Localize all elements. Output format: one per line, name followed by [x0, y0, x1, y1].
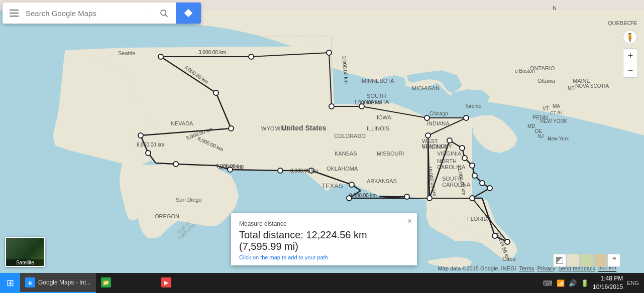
- svg-point-86: [249, 54, 254, 59]
- svg-text:MISSOURI: MISSOURI: [377, 151, 404, 157]
- svg-point-103: [425, 133, 431, 138]
- svg-point-96: [173, 162, 178, 167]
- svg-text:COLORADO: COLORADO: [334, 133, 366, 139]
- menu-button[interactable]: [3, 3, 26, 24]
- svg-point-108: [470, 163, 475, 168]
- svg-point-88: [329, 104, 334, 109]
- svg-text:MICHIGAN: MICHIGAN: [412, 85, 440, 91]
- svg-text:VT: VT: [543, 106, 549, 111]
- svg-text:IOWA: IOWA: [377, 114, 392, 120]
- layer-btn-1[interactable]: [553, 254, 566, 267]
- battery-icon: 🔋: [581, 279, 589, 287]
- svg-text:ILLINOIS: ILLINOIS: [367, 125, 389, 131]
- taskbar-app-ie-label: Google Maps - Int...: [38, 279, 91, 286]
- svg-point-106: [460, 145, 465, 151]
- search-input-wrapper: [26, 3, 152, 24]
- street-view-button[interactable]: 🧍: [623, 30, 637, 44]
- directions-button[interactable]: [176, 3, 201, 24]
- satellite-thumbnail[interactable]: Satellite: [5, 237, 45, 267]
- taskbar-app-ie[interactable]: e Google Maps - Int...: [20, 273, 96, 293]
- zoom-controls: + −: [623, 48, 638, 78]
- zoom-in-button[interactable]: +: [623, 49, 637, 63]
- svg-point-92: [213, 90, 219, 95]
- svg-point-110: [480, 181, 485, 186]
- svg-text:INDIANA: INDIANA: [427, 120, 450, 126]
- svg-text:Toronto: Toronto: [465, 103, 482, 109]
- svg-text:PE: PE: [630, 21, 637, 26]
- taskbar-app-3[interactable]: ▶: [156, 273, 217, 293]
- svg-point-112: [470, 196, 475, 201]
- start-button[interactable]: ⊞: [0, 273, 20, 293]
- search-input[interactable]: [26, 9, 152, 18]
- svg-text:OKLAHOMA: OKLAHOMA: [327, 166, 358, 172]
- svg-text:MA: MA: [553, 103, 560, 109]
- svg-text:NORTH: NORTH: [437, 158, 457, 164]
- svg-text:o Boston: o Boston: [515, 68, 534, 74]
- svg-text:United States: United States: [281, 124, 327, 132]
- svg-text:SOUTH: SOUTH: [367, 93, 386, 99]
- svg-point-100: [349, 182, 354, 187]
- svg-text:MD: MD: [527, 123, 535, 129]
- svg-text:7,000.00 km: 7,000.00 km: [216, 164, 244, 169]
- svg-text:New York: New York: [548, 136, 569, 141]
- svg-point-93: [229, 126, 234, 131]
- svg-point-87: [327, 50, 332, 55]
- search-button[interactable]: [152, 3, 175, 24]
- signal-icon: 📶: [557, 279, 565, 287]
- person-icon: 🧍: [625, 33, 635, 42]
- popup-hint: Click on the map to add to your path: [239, 254, 409, 260]
- svg-text:OREGON: OREGON: [155, 213, 179, 219]
- svg-point-90: [424, 115, 430, 120]
- taskbar-date-display: 10/16/2015: [593, 283, 623, 291]
- sound-icon: 🔊: [569, 279, 577, 287]
- svg-text:San Diego: San Diego: [176, 197, 201, 203]
- search-bar: [3, 3, 201, 24]
- svg-text:KANSAS: KANSAS: [335, 151, 357, 157]
- terms-link[interactable]: Terms: [519, 265, 534, 271]
- svg-text:NEW YORK: NEW YORK: [540, 118, 568, 124]
- taskbar-time-display: 1:48 PM: [593, 274, 623, 283]
- svg-text:1,000.00 km: 1,000.00 km: [354, 100, 382, 105]
- app3-icon: ▶: [161, 277, 171, 287]
- svg-text:NB: NB: [568, 86, 575, 91]
- svg-text:Seattle: Seattle: [118, 50, 135, 56]
- svg-text:MINNESOTA: MINNESOTA: [362, 78, 394, 84]
- svg-text:CT RI: CT RI: [550, 110, 562, 115]
- svg-text:Ottawa: Ottawa: [538, 78, 556, 84]
- layer-btn-4[interactable]: [594, 254, 607, 267]
- windows-logo: ⊞: [7, 277, 14, 288]
- zoom-out-button[interactable]: −: [623, 63, 637, 77]
- svg-text:NOVA SCOTIA: NOVA SCOTIA: [575, 83, 609, 89]
- keyboard-icon: ⌨: [543, 279, 553, 287]
- layer-btn-3[interactable]: [580, 254, 593, 267]
- svg-point-91: [464, 115, 469, 120]
- measure-popup: × Measure distance Total distance: 12,22…: [231, 213, 417, 265]
- layer-btn-2[interactable]: [567, 254, 580, 267]
- svg-point-109: [472, 173, 477, 178]
- svg-point-85: [158, 54, 163, 59]
- language-display: ENG: [627, 280, 639, 286]
- svg-text:ARKANSAS: ARKANSAS: [367, 178, 397, 184]
- svg-text:Chicago: Chicago: [430, 111, 448, 116]
- svg-point-111: [487, 186, 492, 191]
- svg-text:CAROLINA: CAROLINA: [442, 182, 471, 188]
- svg-text:NJ: NJ: [538, 133, 544, 139]
- svg-point-98: [278, 168, 283, 173]
- svg-text:QUEBEC: QUEBEC: [608, 20, 631, 26]
- svg-text:9,000.00 km: 9,000.00 km: [349, 193, 377, 198]
- svg-point-107: [462, 156, 467, 161]
- app2-icon: 📁: [101, 277, 111, 287]
- svg-point-104: [427, 196, 432, 201]
- svg-marker-130: [184, 9, 193, 18]
- svg-text:8,000.00 km: 8,000.00 km: [290, 168, 318, 174]
- map-controls: 🧍 + −: [623, 30, 638, 78]
- popup-close-button[interactable]: ×: [407, 217, 412, 225]
- svg-point-105: [447, 138, 452, 143]
- svg-line-129: [165, 15, 167, 17]
- expand-button[interactable]: ⌃: [607, 254, 620, 267]
- taskbar-clock[interactable]: 1:48 PM 10/16/2015: [593, 274, 623, 291]
- popup-distance: Total distance: 12,224.56 km (7,595.99 m…: [239, 229, 409, 252]
- taskbar-app-2[interactable]: 📁: [96, 273, 156, 293]
- svg-point-102: [404, 194, 409, 199]
- svg-point-95: [146, 151, 151, 156]
